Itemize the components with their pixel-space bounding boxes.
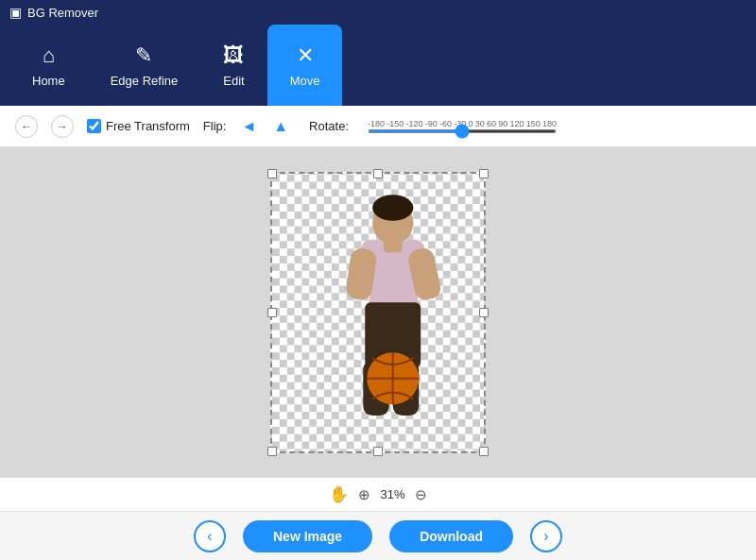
handle-mid-right[interactable] [479, 308, 489, 317]
action-bar: ‹ New Image Download › [0, 511, 756, 560]
edge-refine-icon: ✎ [135, 43, 152, 68]
nav-home[interactable]: ⌂ Home [9, 25, 88, 106]
free-transform-checkbox-label[interactable]: Free Transform [87, 119, 190, 133]
free-transform-checkbox[interactable] [87, 119, 101, 133]
nav-edge-refine[interactable]: ✎ Edge Refine [88, 25, 201, 106]
rotate-label: Rotate: [309, 119, 349, 133]
new-image-button[interactable]: New Image [243, 520, 372, 552]
nav-edit-label: Edit [223, 74, 244, 88]
edit-icon: 🖼 [223, 43, 244, 68]
home-icon: ⌂ [43, 43, 55, 68]
free-transform-label: Free Transform [106, 119, 190, 133]
prev-button[interactable]: ‹ [194, 520, 226, 552]
flip-vertical-button[interactable]: ▲ [271, 118, 290, 135]
nav-move[interactable]: ✕ Move [267, 25, 343, 106]
handle-mid-left[interactable] [267, 308, 277, 317]
rotate-control: -180 -150 -120 -90 -60 -30 0 30 60 90 12… [362, 119, 557, 133]
zoom-bar: ✋ ⊕ 31% ⊖ [0, 477, 756, 511]
redo-button[interactable]: → [51, 115, 74, 138]
undo-button[interactable]: ← [15, 115, 38, 138]
canvas-area [0, 147, 756, 477]
move-icon: ✕ [297, 43, 314, 68]
download-button[interactable]: Download [389, 520, 513, 552]
handle-top-mid[interactable] [373, 169, 383, 178]
flip-label: Flip: [203, 119, 227, 133]
next-button[interactable]: › [530, 520, 562, 552]
rotate-slider[interactable] [368, 129, 557, 133]
nav-home-label: Home [32, 74, 65, 88]
title-bar: ▣ BG Remover [0, 0, 756, 25]
handle-bot-right[interactable] [479, 447, 489, 456]
app-icon: ▣ [9, 5, 22, 20]
flip-horizontal-button[interactable]: ◄ [239, 118, 258, 135]
zoom-percent: 31% [380, 487, 404, 501]
handle-top-left[interactable] [267, 169, 277, 178]
nav-edit[interactable]: 🖼 Edit [200, 25, 266, 106]
zoom-in-icon[interactable]: ⊕ [358, 486, 370, 503]
nav-move-label: Move [290, 74, 320, 88]
svg-rect-18 [384, 239, 403, 252]
person-silhouette [272, 174, 484, 451]
handle-bot-left[interactable] [267, 447, 277, 456]
handle-top-right[interactable] [479, 169, 489, 178]
svg-point-6 [372, 195, 413, 221]
nav-edge-refine-label: Edge Refine [111, 74, 179, 88]
nav-bar: ⌂ Home ✎ Edge Refine 🖼 Edit ✕ Move [0, 25, 756, 106]
zoom-out-icon[interactable]: ⊖ [415, 486, 427, 503]
image-frame[interactable] [270, 172, 486, 453]
toolbar: ← → Free Transform Flip: ◄ ▲ Rotate: -18… [0, 106, 756, 147]
handle-bot-mid[interactable] [373, 447, 383, 456]
hand-tool-icon[interactable]: ✋ [329, 484, 349, 504]
app-title: BG Remover [27, 6, 98, 20]
